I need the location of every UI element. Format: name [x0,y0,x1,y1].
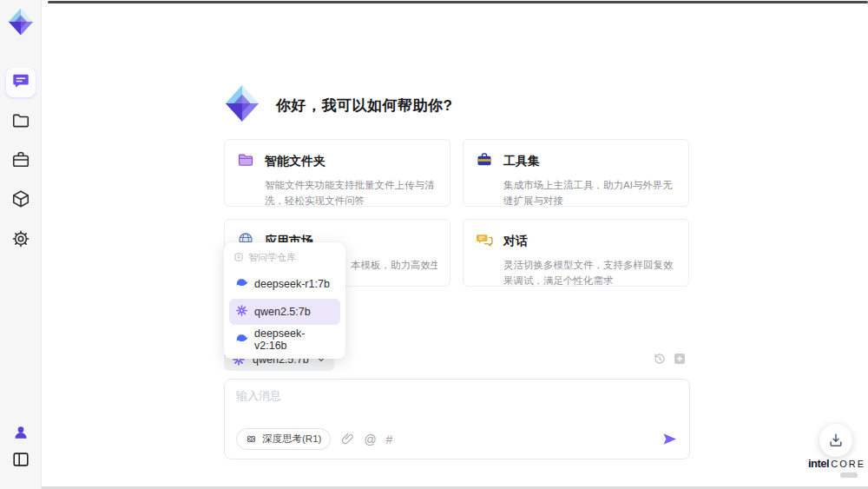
gear-icon [11,229,30,252]
sidebar-item-user[interactable] [6,420,36,449]
sidebar-item-toolbox[interactable] [6,147,36,176]
dropdown-item-label: deepseek-r1:7b [254,278,330,290]
deep-think-label: 深度思考(R1) [262,433,321,446]
user-icon [12,424,30,445]
chat-icon [11,71,30,94]
qwen-icon [235,304,248,320]
history-icon[interactable] [653,352,667,366]
message-input[interactable] [236,388,674,423]
greeting-row: 你好，我可以如何帮助你? [222,83,452,127]
sidebar [0,0,42,489]
card-title: 工具集 [503,154,540,169]
mention-icon[interactable]: @ [364,433,376,446]
attachment-icon[interactable] [340,433,354,446]
download-button[interactable] [819,424,852,457]
app-window: 你好，我可以如何帮助你? 智能文件夹 智能文件夹功能支持批量文件上传与清洗，轻松… [0,0,868,489]
cube-icon [11,189,30,212]
hashtag-icon[interactable]: # [386,433,393,446]
download-icon [827,432,845,449]
intel-product-text: core [831,459,865,469]
card-title: 对话 [503,234,528,249]
intel-brand-text: intel [808,457,829,470]
app-logo-icon [6,7,36,36]
message-composer: 深度思考(R1) @ # [224,379,690,459]
dropdown-item-label: qwen2.5:7b [254,306,311,318]
window-top-edge [48,1,868,3]
sidebar-item-apps[interactable] [6,186,36,215]
card-smart-folders[interactable]: 智能文件夹 智能文件夹功能支持批量文件上传与清洗，轻松实现文件问答 [224,139,450,207]
deepseek-whale-icon [235,276,248,292]
dropdown-item-label: deepseek-v2:16b [254,327,334,352]
dropdown-item-deepseek-v2[interactable]: deepseek-v2:16b [229,327,340,353]
card-description: 智能文件夹功能支持批量文件上传与清洗，轻松实现文件问答 [265,178,437,209]
toolset-icon [476,151,493,172]
card-description: 集成市场上主流工具，助力AI与外界无缝扩展与对接 [503,178,676,209]
sidebar-item-chat[interactable] [6,68,36,97]
intel-tier-mark [840,472,858,478]
sidebar-item-panel-toggle[interactable] [6,446,36,476]
conversation-toolbar [653,352,687,366]
dialogue-icon [476,231,493,252]
smart-folder-icon [237,151,254,172]
card-description: 灵活切换多模型文件，支持多样回复效果调试，满足个性化需求 [503,258,676,289]
dropdown-item-qwen[interactable]: qwen2.5:7b [229,299,340,325]
sidebar-item-settings[interactable] [6,226,36,255]
sidebar-item-folders[interactable] [6,108,36,137]
deepseek-whale-icon [235,332,248,347]
intel-core-badge: intelcore [802,455,868,478]
composer-actions: 深度思考(R1) @ # [236,428,678,450]
model-dropdown-header-label: 智问学仓库 [248,251,296,264]
panel-toggle-icon [11,450,30,472]
card-dialogue[interactable]: 对话 灵活切换多模型文件，支持多样回复效果调试，满足个性化需求 [463,219,689,287]
card-title: 智能文件夹 [265,154,326,169]
send-icon[interactable] [661,431,678,447]
card-toolset[interactable]: 工具集 集成市场上主流工具，助力AI与外界无缝扩展与对接 [463,139,689,207]
briefcase-icon [11,150,30,173]
model-dropdown-header: 智问学仓库 [229,248,340,269]
new-chat-icon[interactable] [673,352,687,366]
dropdown-item-deepseek-r1[interactable]: deepseek-r1:7b [229,271,340,297]
app-logo-icon-large [222,83,262,127]
model-dropdown: 智问学仓库 deepseek-r1:7b qwen2.5:7b [224,242,345,359]
deep-think-toggle[interactable]: 深度思考(R1) [236,428,331,450]
folder-icon [11,111,30,134]
greeting-text: 你好，我可以如何帮助你? [276,96,452,116]
repository-icon [233,252,244,264]
atom-icon [246,433,257,445]
